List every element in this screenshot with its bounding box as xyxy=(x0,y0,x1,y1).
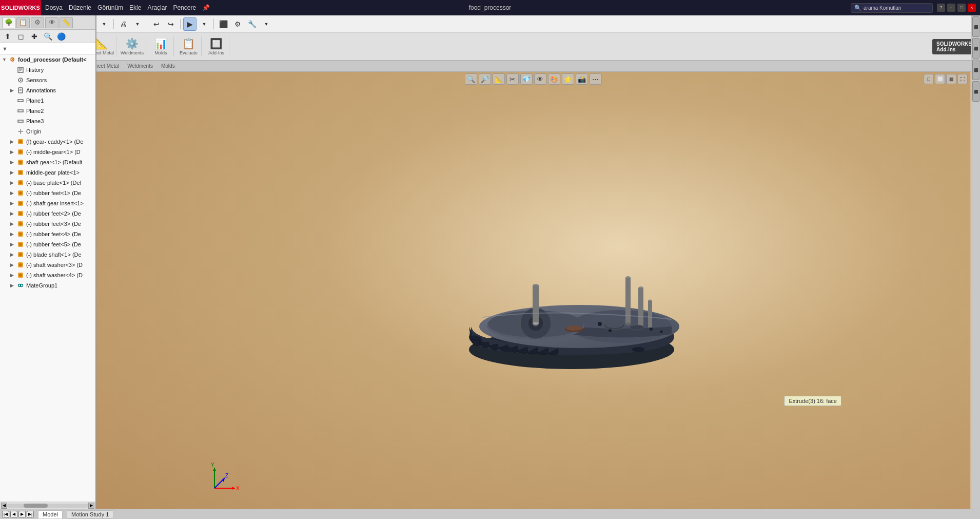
tree-item[interactable]: ▶(f) gear- caddy<1> (De xyxy=(0,137,95,147)
tree-item[interactable]: Plane1 xyxy=(0,95,95,106)
menu-pencere[interactable]: Pencere xyxy=(173,4,196,11)
help-icon[interactable]: ? xyxy=(937,4,945,12)
molds-label: Molds xyxy=(154,50,167,55)
tree-item[interactable]: Sensors xyxy=(0,75,95,85)
tree-item[interactable]: ▶(-) rubber feet<2> (De xyxy=(0,208,95,219)
panel-tb-btn4[interactable]: 🔍 xyxy=(42,31,53,42)
model-tab[interactable]: Model xyxy=(38,510,63,518)
tree-item[interactable]: Plane3 xyxy=(0,116,95,126)
settings-button[interactable]: 🔧 xyxy=(245,17,259,31)
tree-item[interactable]: ▶(-) rubber feet<1> (De xyxy=(0,188,95,198)
item-icon xyxy=(16,148,25,156)
svg-point-37 xyxy=(19,253,22,256)
item-icon xyxy=(16,240,25,248)
tree-item[interactable]: ▶middle-gear plate<1> xyxy=(0,167,95,178)
panel-tab-feature-manager[interactable]: 🌳 xyxy=(2,17,15,28)
tree-scrollbar[interactable]: ◀ ▶ xyxy=(0,502,95,509)
scroll-left-arrow[interactable]: ◀ xyxy=(1,503,7,509)
rebuild-button[interactable]: ⬛ xyxy=(217,17,230,31)
tree-item[interactable]: ▶(-) shaft washer<3> (D xyxy=(0,260,95,270)
expand-arrow: ▶ xyxy=(10,170,16,175)
viewport[interactable]: 🔍 🔎 📐 ✂ 💎 👁 🎨 ⭐ 📸 ⋯ □ ⬜ ▦ ⛶ xyxy=(96,72,970,509)
dropdown3-button[interactable]: ▼ xyxy=(97,17,111,31)
tree-item[interactable]: ▶(-) blade shaft<1> (De xyxy=(0,249,95,260)
dropdown6-button[interactable]: ▼ xyxy=(260,17,273,31)
panel-tb-btn1[interactable]: ⬆ xyxy=(2,31,13,42)
right-panel-btn4[interactable]: ⬛ xyxy=(972,81,979,102)
expand-arrow: ▶ xyxy=(10,201,16,206)
nav-last[interactable]: ▶| xyxy=(27,511,34,518)
item-icon xyxy=(16,138,25,146)
panel-tb-btn5[interactable]: 🔵 xyxy=(55,31,67,42)
panel-tab-dim[interactable]: 📏 xyxy=(60,17,73,28)
tree-item[interactable]: ▶MateGroup1 xyxy=(0,280,95,291)
panel-tb-btn2[interactable]: ◻ xyxy=(15,31,27,42)
minimize-button[interactable]: − xyxy=(947,4,955,12)
separator3 xyxy=(113,19,114,29)
tile-view-button[interactable]: ▦ xyxy=(946,74,956,84)
tree-item[interactable]: ▶(-) rubber feet<5> (De xyxy=(0,239,95,249)
nav-first[interactable]: |◀ xyxy=(2,511,9,518)
tree-item[interactable]: Origin xyxy=(0,126,95,137)
display-style-button[interactable]: 💎 xyxy=(520,73,533,85)
menu-dosya[interactable]: Dosya xyxy=(45,4,63,11)
item-icon xyxy=(16,86,25,94)
undo-button[interactable]: ↩ xyxy=(150,17,163,31)
item-label: (-) rubber feet<1> (De xyxy=(26,190,81,196)
menu-goruntum[interactable]: Görünüm xyxy=(97,4,123,11)
tree-item[interactable]: History xyxy=(0,65,95,75)
hide-show-button[interactable]: 👁 xyxy=(534,73,546,85)
menu-duzenle[interactable]: Düzenle xyxy=(69,4,91,11)
scroll-track[interactable] xyxy=(7,504,88,508)
tree-item[interactable]: ▶shaft gear<1> (Default xyxy=(0,157,95,167)
tree-root-item[interactable]: ▼ ⚙ food_processor (Default< xyxy=(0,54,95,65)
panel-tab-display[interactable]: 👁 xyxy=(45,17,58,28)
menu-pin[interactable]: 📌 xyxy=(202,4,210,11)
scenes-button[interactable]: ⭐ xyxy=(562,73,574,85)
tree-item[interactable]: ▶(-) base plate<1> (Def xyxy=(0,178,95,188)
tree-item[interactable]: ▶(-) rubber feet<3> (De xyxy=(0,219,95,229)
normal-view-button[interactable]: □ xyxy=(924,74,934,84)
tree-item[interactable]: ▶Annotations xyxy=(0,85,95,95)
section-view-button[interactable]: ✂ xyxy=(506,73,519,85)
motion-study-tab[interactable]: Motion Study 1 xyxy=(67,510,113,518)
options-button[interactable]: ⚙ xyxy=(231,17,244,31)
render-button[interactable]: 📸 xyxy=(576,73,588,85)
menu-araclar[interactable]: Araçlar xyxy=(147,4,167,11)
solidworks-addins-btn[interactable]: SOLIDWORKSAdd-Ins xyxy=(932,39,976,54)
zoom-to-fit-button[interactable]: 🔍 xyxy=(465,73,477,85)
right-panel-btn1[interactable]: ⬛ xyxy=(972,16,979,37)
print-button[interactable]: 🖨 xyxy=(116,17,130,31)
tree-item[interactable]: ▶(-) rubber feet<4> (De xyxy=(0,229,95,239)
item-label: (-) middle-gear<1> (D xyxy=(26,149,81,155)
redo-button[interactable]: ↪ xyxy=(164,17,178,31)
tree-item[interactable]: ▶(-) middle-gear<1> (D xyxy=(0,147,95,157)
full-screen-button[interactable]: ⛶ xyxy=(957,74,968,84)
nav-prev[interactable]: ◀ xyxy=(10,511,17,518)
right-panel-btn3[interactable]: ⬛ xyxy=(972,60,979,80)
tree-item[interactable]: Plane2 xyxy=(0,106,95,116)
tree-item[interactable]: ▶(-) shaft gear insert<1> xyxy=(0,198,95,208)
dropdown4-button[interactable]: ▼ xyxy=(131,17,144,31)
nav-next[interactable]: ▶ xyxy=(18,511,26,518)
menu-ekle[interactable]: Ekle xyxy=(129,4,141,11)
filter-bar: ▼ xyxy=(0,43,95,54)
panel-tab-config[interactable]: ⚙ xyxy=(31,17,44,28)
edit-appearance-button[interactable]: 🎨 xyxy=(548,73,560,85)
select-button[interactable]: ▶ xyxy=(183,17,197,31)
dropdown5-button[interactable]: ▼ xyxy=(198,17,211,31)
x-axis-arrow xyxy=(232,487,235,490)
maximize-view-button[interactable]: ⬜ xyxy=(935,74,945,84)
search-box[interactable]: 🔍 arama Komutlan xyxy=(851,3,933,13)
zoom-in-button[interactable]: 🔎 xyxy=(479,73,491,85)
close-button[interactable]: × xyxy=(968,4,976,12)
view-more-button[interactable]: ⋯ xyxy=(590,73,602,85)
scroll-thumb xyxy=(24,504,48,508)
restore-button[interactable]: □ xyxy=(957,4,966,12)
panel-tb-btn3[interactable]: ✚ xyxy=(29,31,40,42)
right-panel-btn2[interactable]: ⬛ xyxy=(972,38,979,59)
tree-item[interactable]: ▶(-) shaft washer<4> (D xyxy=(0,270,95,280)
view-orient-button[interactable]: 📐 xyxy=(493,73,505,85)
scroll-right-arrow[interactable]: ▶ xyxy=(88,503,94,509)
panel-tab-properties[interactable]: 📋 xyxy=(16,17,30,28)
